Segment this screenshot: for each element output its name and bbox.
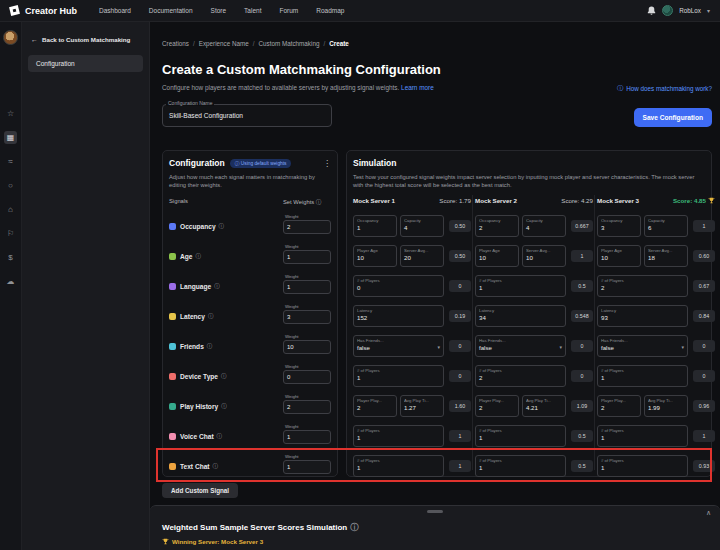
sim-cell-server-3: # of Players20.67 [597,275,715,297]
signal-score-chip: 1.09 [571,400,593,412]
sim-input-latency[interactable]: Latency93 [597,305,688,327]
expand-chevron-icon[interactable]: ∧ [706,509,711,517]
chevron-down-icon[interactable]: ▾ [707,7,710,14]
avatar-items-icon[interactable]: ○ [4,179,17,192]
matchmaking-help-link[interactable]: ⓘ How does matchmaking work? [617,84,712,93]
sim-input--of-players[interactable]: # of Players2 [475,365,566,387]
topnav-item-forum[interactable]: Forum [279,7,298,14]
save-configuration-button[interactable]: Save Configuration [634,108,712,127]
breadcrumb: Creations/Experience Name/Custom Matchma… [162,40,349,47]
breadcrumb-separator: / [323,40,325,47]
sim-input--of-players[interactable]: # of Players0 [353,275,444,297]
topnav-item-store[interactable]: Store [211,7,227,14]
localization-icon[interactable]: ⚐ [4,227,17,240]
analytics-icon[interactable]: ≈ [4,155,17,168]
kebab-menu-icon[interactable]: ⋮ [323,159,331,168]
trophy-icon [162,538,169,545]
sim-input-capacity[interactable]: Capacity4 [522,215,566,237]
mock-server-name: Mock Server 2 [475,197,517,204]
notifications-bell-icon[interactable] [647,6,656,16]
signal-score-chip: 1 [693,220,715,232]
topnav-item-documentation[interactable]: Documentation [149,7,193,14]
sim-input-server-avg-[interactable]: Server Avg...20 [400,245,444,267]
drag-handle[interactable] [427,510,443,513]
weight-input[interactable]: 3 [283,310,331,324]
topnav-item-roadmap[interactable]: Roadmap [316,7,344,14]
sim-input-player-play-[interactable]: Player Play...2 [475,395,519,417]
configuration-description: Adjust how much each signal matters in m… [169,173,329,190]
weight-input[interactable]: 1 [283,460,331,474]
sim-cell-server-1: # of Players00 [353,275,471,297]
breadcrumb-item[interactable]: Creations [162,40,189,47]
rail-avatar[interactable] [3,30,18,45]
sim-input--of-players[interactable]: # of Players1 [475,425,566,447]
monetization-icon[interactable]: $ [4,251,17,264]
sim-input--of-players[interactable]: # of Players1 [353,455,444,477]
sim-cell-server-3: Has Friends...false▾0 [597,335,715,357]
learn-more-link[interactable]: Learn more [401,84,434,91]
sim-input-has-friends-[interactable]: Has Friends...false▾ [475,335,566,357]
topnav-item-talent[interactable]: Talent [244,7,261,14]
weight-input[interactable]: 0 [283,370,331,384]
sim-input--of-players[interactable]: # of Players1 [597,425,688,447]
sim-input-avg-play-ti-[interactable]: Avg Play Ti...1.27 [400,395,444,417]
sim-input--of-players[interactable]: # of Players1 [475,275,566,297]
sim-cell-server-3: Occupancy3Capacity61 [597,215,715,237]
sim-input-player-play-[interactable]: Player Play...2 [353,395,397,417]
sim-input-player-age[interactable]: Player Age10 [597,245,641,267]
rail-icons: ☆▦≈○⌂⚐$☁ [4,107,17,288]
sim-input-has-friends-[interactable]: Has Friends...false▾ [353,335,444,357]
sim-input-label: Server Avg... [648,248,684,253]
weight-input[interactable]: 2 [283,220,331,234]
sim-input-avg-play-ti-[interactable]: Avg Play Ti...4.21 [522,395,566,417]
weight-input[interactable]: 1 [283,250,331,264]
breadcrumb-item[interactable]: Custom Matchmaking [259,40,320,47]
signal-score-chip: 0.67 [693,280,715,292]
sim-input-player-play-[interactable]: Player Play...2 [597,395,641,417]
sim-input--of-players[interactable]: # of Players1 [597,365,688,387]
sim-input-label: Player Age [479,248,515,253]
sim-input-capacity[interactable]: Capacity6 [644,215,688,237]
user-avatar[interactable] [662,5,673,16]
weight-group: Weight2 [283,214,331,234]
sim-input-server-avg-[interactable]: Server Avg...18 [644,245,688,267]
collaboration-icon[interactable]: ⌂ [4,203,17,216]
simulation-row-1: Occupancy1Capacity40.50Occupancy2Capacit… [347,211,711,241]
sim-input--of-players[interactable]: # of Players1 [597,455,688,477]
sim-input-label: Player Age [357,248,393,253]
signal-score-chip: 1 [449,430,471,442]
sim-input-player-age[interactable]: Player Age10 [353,245,397,267]
weight-input[interactable]: 10 [283,340,331,354]
sim-input--of-players[interactable]: # of Players1 [353,365,444,387]
sim-input-avg-play-ti-[interactable]: Avg Play Ti...1.99 [644,395,688,417]
sim-input-server-avg-[interactable]: Server Avg...10 [522,245,566,267]
sim-input--of-players[interactable]: # of Players1 [353,425,444,447]
sim-input--of-players[interactable]: # of Players1 [475,455,566,477]
weight-input[interactable]: 1 [283,280,331,294]
sim-input-occupancy[interactable]: Occupancy2 [475,215,519,237]
add-custom-signal-button[interactable]: Add Custom Signal [162,483,238,498]
sim-input--of-players[interactable]: # of Players2 [597,275,688,297]
topnav-item-dashboard[interactable]: Dashboard [99,7,131,14]
weight-label: Weight [285,304,331,309]
sim-input-latency[interactable]: Latency152 [353,305,444,327]
creations-icon[interactable]: ▦ [4,131,17,144]
signal-score-chip: 0.5 [571,280,593,292]
weight-input[interactable]: 1 [283,430,331,444]
sim-input-player-age[interactable]: Player Age10 [475,245,519,267]
signal-name: Language [180,283,211,290]
signal-score-chip: 0.96 [693,400,715,412]
sim-input-latency[interactable]: Latency34 [475,305,566,327]
favorites-icon[interactable]: ☆ [4,107,17,120]
sim-input-has-friends-[interactable]: Has Friends...false▾ [597,335,688,357]
breadcrumb-item[interactable]: Experience Name [199,40,249,47]
weight-input[interactable]: 2 [283,400,331,414]
sidebar-item-configuration[interactable]: Configuration [28,55,143,72]
configuration-name-input[interactable]: Skill-Based Configuration [162,104,332,127]
sim-input-capacity[interactable]: Capacity4 [400,215,444,237]
sim-input-occupancy[interactable]: Occupancy3 [597,215,641,237]
back-to-custom-matchmaking[interactable]: ← Back to Custom Matchmaking [22,22,149,51]
sim-input-value: 1 [357,434,440,441]
open-cloud-icon[interactable]: ☁ [4,275,17,288]
sim-input-occupancy[interactable]: Occupancy1 [353,215,397,237]
